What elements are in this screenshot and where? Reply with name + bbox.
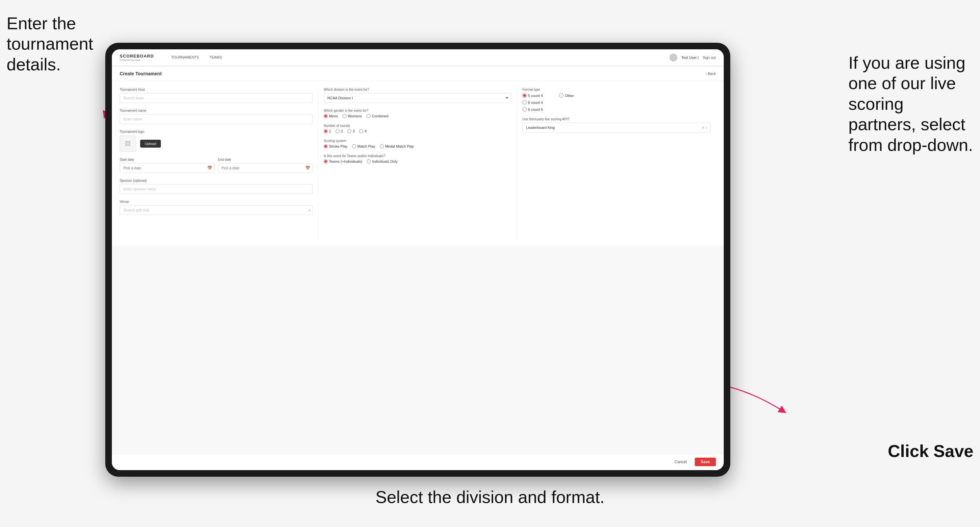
- name-label: Tournament name: [120, 109, 313, 113]
- event-individuals[interactable]: Individuals Only: [367, 159, 398, 163]
- calendar-icon-end: 📅: [305, 166, 310, 170]
- end-date-group: End date 📅: [218, 158, 313, 173]
- rounds-radio-group: 1 2 3 4: [324, 129, 512, 133]
- nav-right: Test User | Sign out: [670, 54, 716, 62]
- gender-mens[interactable]: Mens: [324, 114, 338, 118]
- logo-placeholder: 🖼: [120, 135, 136, 152]
- annotation-bottom-right: Click Save: [888, 441, 974, 461]
- cancel-button[interactable]: Cancel: [671, 458, 691, 466]
- start-date-label: Start date: [120, 158, 215, 162]
- start-date-group: Start date 📅: [120, 158, 215, 173]
- logo-upload-area: 🖼 Upload: [120, 135, 313, 152]
- logo-label: Tournament logo: [120, 130, 313, 133]
- end-date-input[interactable]: [218, 163, 313, 173]
- tag-close-icon[interactable]: ✕ ‹: [702, 125, 707, 130]
- rounds-label: Number of rounds: [324, 124, 512, 127]
- date-group: Start date 📅 End date 📅: [120, 158, 313, 173]
- count-options: 5 count 4 6 count 4: [522, 94, 543, 111]
- round-1[interactable]: 1: [324, 129, 331, 133]
- tablet-screen: SCOREBOARD Powered by clippi TOURNAMENTS…: [112, 49, 724, 470]
- end-date-label: End date: [218, 158, 313, 162]
- host-label: Tournament Host: [120, 88, 313, 91]
- gender-group: Which gender is the event for? Mens Wome…: [324, 109, 512, 118]
- format-label: Format type: [522, 88, 711, 91]
- calendar-icon: 📅: [207, 166, 212, 170]
- event-type-label: Is this event for Teams and/or Individua…: [324, 154, 512, 158]
- venue-group: Venue Search golf club ▾: [120, 200, 313, 215]
- end-date-wrapper: 📅: [218, 163, 313, 173]
- page-content: Tournament Host Tournament name Tourname…: [112, 81, 724, 453]
- nav-teams[interactable]: TEAMS: [204, 49, 228, 66]
- other-option: Other: [559, 94, 574, 98]
- division-select[interactable]: NCAA Division I: [324, 93, 512, 103]
- form-title: Create Tournament: [120, 71, 162, 76]
- nav-tournaments[interactable]: TOURNAMENTS: [166, 49, 204, 66]
- format-6count5[interactable]: 6 count 5: [522, 107, 543, 111]
- brand-sub: Powered by clippi: [120, 59, 154, 62]
- back-link[interactable]: ‹ Back: [706, 71, 716, 76]
- sponsor-label: Sponsor (optional): [120, 179, 313, 183]
- event-teams[interactable]: Teams (+Individuals): [324, 159, 362, 163]
- scoring-group: Scoring system Stroke Play Match Play Me…: [324, 139, 512, 148]
- form-grid: Tournament Host Tournament name Tourname…: [112, 81, 724, 246]
- form-col-middle: Which division is the event for? NCAA Di…: [318, 88, 517, 239]
- user-text: Test User |: [681, 56, 698, 59]
- navbar: SCOREBOARD Powered by clippi TOURNAMENTS…: [112, 49, 724, 67]
- start-date-wrapper: 📅: [120, 163, 215, 173]
- round-3[interactable]: 3: [347, 129, 355, 133]
- event-type-group: Is this event for Teams and/or Individua…: [324, 154, 512, 163]
- start-date-input[interactable]: [120, 163, 215, 173]
- venue-label: Venue: [120, 200, 313, 203]
- rounds-group: Number of rounds 1 2 3: [324, 124, 512, 133]
- scoring-match[interactable]: Match Play: [352, 144, 375, 148]
- round-4[interactable]: 4: [359, 129, 366, 133]
- brand-title: SCOREBOARD: [120, 54, 154, 59]
- venue-wrapper: Search golf club ▾: [120, 205, 313, 215]
- scoring-medal[interactable]: Medal Match Play: [380, 144, 414, 148]
- venue-select[interactable]: Search golf club: [120, 205, 313, 215]
- event-type-radio-group: Teams (+Individuals) Individuals Only: [324, 159, 512, 163]
- live-scoring-label: Use third-party live scoring API?: [522, 117, 711, 121]
- save-button[interactable]: Save: [695, 458, 716, 466]
- date-row: Start date 📅 End date 📅: [120, 158, 313, 173]
- format-other[interactable]: Other: [559, 94, 574, 98]
- image-icon: 🖼: [125, 140, 131, 147]
- host-group: Tournament Host: [120, 88, 313, 103]
- chevron-down-icon: ▾: [309, 208, 310, 212]
- gender-radio-group: Mens Womens Combined: [324, 114, 512, 118]
- format-group: Format type 5 count 4: [522, 88, 711, 111]
- logo-group: Tournament logo 🖼 Upload: [120, 130, 313, 152]
- format-6count4[interactable]: 6 count 4: [522, 100, 543, 105]
- division-group: Which division is the event for? NCAA Di…: [324, 88, 512, 103]
- name-group: Tournament name: [120, 109, 313, 124]
- live-scoring-tag: Leaderboard King ✕ ‹: [526, 125, 707, 130]
- gender-combined[interactable]: Combined: [366, 114, 388, 118]
- annotation-bottom-center: Select the division and format.: [375, 487, 605, 507]
- gender-womens[interactable]: Womens: [342, 114, 362, 118]
- sponsor-input[interactable]: [120, 184, 313, 194]
- avatar: [670, 54, 677, 62]
- count-top-row: 5 count 4 6 count 4: [522, 94, 711, 111]
- form-header: Create Tournament ‹ Back: [112, 67, 724, 81]
- live-scoring-group: Use third-party live scoring API? Leader…: [522, 117, 711, 132]
- host-input[interactable]: [120, 93, 313, 103]
- count-group: 5 count 4 6 count 4: [522, 94, 711, 111]
- division-label: Which division is the event for?: [324, 88, 512, 91]
- form-col-right: Format type 5 count 4: [517, 88, 716, 239]
- scoring-radio-group: Stroke Play Match Play Medal Match Play: [324, 144, 512, 148]
- live-scoring-value: Leaderboard King: [526, 125, 555, 130]
- scoring-label: Scoring system: [324, 139, 512, 143]
- upload-button[interactable]: Upload: [140, 140, 161, 148]
- scoring-stroke[interactable]: Stroke Play: [324, 144, 347, 148]
- annotation-top-right: If you are using one of our live scoring…: [848, 52, 974, 155]
- live-scoring-input[interactable]: Leaderboard King ✕ ‹: [522, 123, 711, 132]
- round-2[interactable]: 2: [336, 129, 343, 133]
- signout-link[interactable]: Sign out: [703, 56, 716, 59]
- name-input[interactable]: [120, 114, 313, 124]
- annotation-top-left: Enter the tournament details.: [6, 13, 112, 75]
- format-5count4[interactable]: 5 count 4: [522, 94, 543, 98]
- nav-links: TOURNAMENTS TEAMS: [166, 49, 228, 66]
- tablet-device: SCOREBOARD Powered by clippi TOURNAMENTS…: [105, 43, 730, 477]
- form-col-left: Tournament Host Tournament name Tourname…: [120, 88, 318, 239]
- sponsor-group: Sponsor (optional): [120, 179, 313, 194]
